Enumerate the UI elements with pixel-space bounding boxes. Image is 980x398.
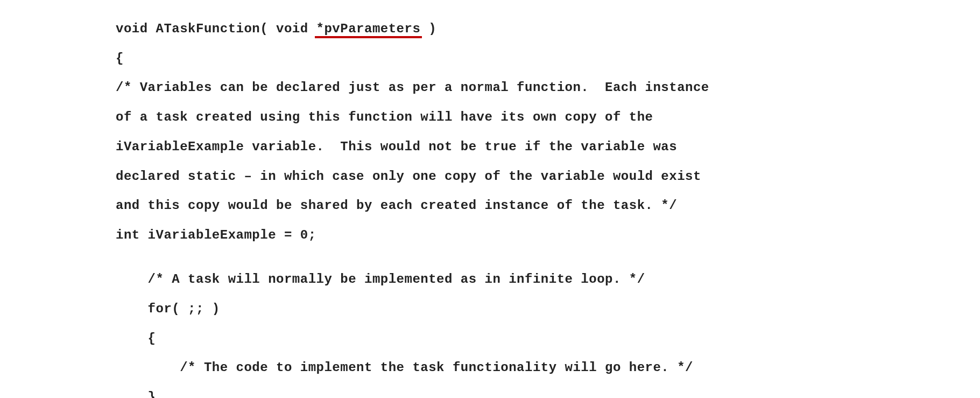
code-line: int iVariableExample = 0; [116, 228, 980, 242]
code-line: of a task created using this function wi… [116, 110, 980, 124]
code-line: iVariableExample variable. This would no… [116, 139, 980, 154]
code-text: ) [420, 22, 436, 36]
code-line: and this copy would be shared by each cr… [116, 198, 980, 213]
code-line: { [116, 51, 980, 66]
code-line: declared static – in which case only one… [116, 169, 980, 184]
code-line: } [116, 390, 980, 398]
code-line: /* A task will normally be implemented a… [116, 272, 980, 287]
code-line: void ATaskFunction( void *pvParameters ) [116, 22, 980, 36]
code-line: /* The code to implement the task functi… [116, 360, 980, 375]
code-line: /* Variables can be declared just as per… [116, 80, 980, 95]
code-block: void ATaskFunction( void *pvParameters )… [116, 22, 980, 398]
underlined-param: *pvParameters [316, 22, 421, 36]
code-text: void ATaskFunction( void [116, 22, 316, 36]
code-line: for( ;; ) [116, 302, 980, 316]
code-line: { [116, 331, 980, 346]
